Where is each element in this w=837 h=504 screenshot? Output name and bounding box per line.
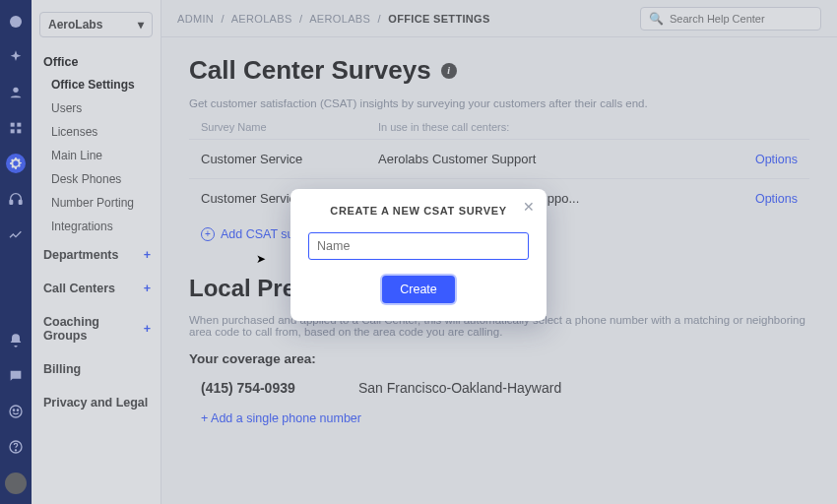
modal-overlay[interactable]: ✕ CREATE A NEW CSAT SURVEY Create: [0, 0, 837, 504]
create-button[interactable]: Create: [382, 276, 455, 303]
close-icon[interactable]: ✕: [523, 199, 535, 215]
modal-title: CREATE A NEW CSAT SURVEY: [308, 205, 529, 217]
survey-name-input[interactable]: [308, 232, 529, 260]
create-csat-modal: ✕ CREATE A NEW CSAT SURVEY Create: [290, 189, 547, 321]
